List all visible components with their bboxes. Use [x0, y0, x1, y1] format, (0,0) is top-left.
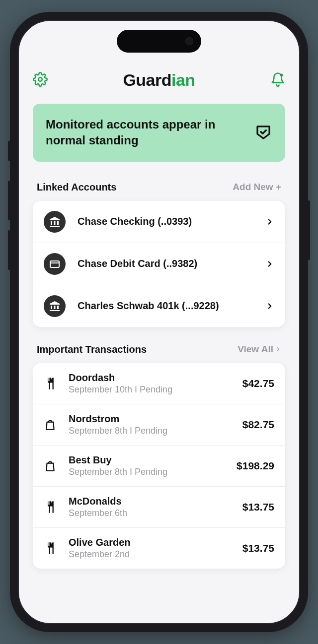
- account-row[interactable]: Chase Debit Card (..9382): [33, 243, 285, 285]
- food-icon: [44, 500, 62, 514]
- transactions-header: Important Transactions View All: [33, 344, 285, 355]
- bell-icon: [270, 72, 285, 87]
- card-icon: [44, 253, 66, 275]
- chevron-right-icon: [265, 259, 274, 268]
- brand-part1: Guard: [123, 70, 171, 89]
- brand-part2: ian: [171, 70, 195, 89]
- screen: Guardian Monitored accounts appear in no…: [18, 20, 300, 624]
- transaction-amount: $13.75: [242, 501, 274, 513]
- transaction-name: Best Buy: [69, 454, 237, 466]
- transactions-title: Important Transactions: [37, 344, 147, 355]
- transaction-sub: September 8th I Pending: [69, 426, 242, 436]
- linked-accounts-title: Linked Accounts: [37, 182, 116, 193]
- bag-icon: [44, 459, 62, 472]
- account-row[interactable]: Charles Schwab 401k (...9228): [33, 285, 285, 327]
- transaction-name: McDonalds: [69, 496, 242, 507]
- dynamic-island: [117, 30, 201, 53]
- food-icon: [44, 541, 62, 555]
- shield-check-icon: [254, 121, 272, 144]
- phone-side-button: [308, 200, 310, 260]
- transaction-row[interactable]: Best Buy September 8th I Pending $198.29: [33, 446, 285, 487]
- bank-icon: [44, 211, 66, 233]
- camera-icon: [185, 37, 193, 45]
- transaction-amount: $198.29: [237, 460, 274, 472]
- transaction-row[interactable]: Doordash September 10th I Pending $42.75: [33, 363, 285, 404]
- chevron-right-icon: [275, 346, 281, 352]
- bag-icon: [44, 418, 62, 431]
- transactions-list: Doordash September 10th I Pending $42.75…: [33, 363, 285, 569]
- phone-side-button: [8, 141, 10, 161]
- phone-side-button: [8, 181, 10, 220]
- svg-point-0: [38, 77, 42, 81]
- transaction-sub: September 2nd: [69, 549, 242, 560]
- view-all-label: View All: [238, 344, 273, 355]
- account-row[interactable]: Chase Checking (..0393): [33, 201, 285, 243]
- transaction-row[interactable]: McDonalds September 6th $13.75: [33, 487, 285, 528]
- transaction-sub: September 8th I Pending: [69, 467, 237, 477]
- transaction-row[interactable]: Olive Garden September 2nd $13.75: [33, 528, 285, 569]
- bank-icon: [44, 295, 66, 317]
- linked-accounts-header: Linked Accounts Add New +: [33, 182, 285, 193]
- notifications-button[interactable]: [270, 72, 285, 89]
- svg-point-1: [280, 73, 283, 76]
- settings-button[interactable]: [33, 72, 48, 89]
- transaction-name: Doordash: [69, 372, 242, 384]
- view-all-button[interactable]: View All: [238, 344, 281, 355]
- transaction-name: Nordstrom: [69, 413, 242, 425]
- status-banner: Monitored accounts appear in normal stan…: [33, 104, 285, 162]
- transaction-amount: $82.75: [242, 419, 274, 431]
- account-label: Chase Checking (..0393): [78, 216, 265, 227]
- chevron-right-icon: [265, 302, 274, 311]
- phone-side-button: [8, 230, 10, 270]
- transaction-amount: $42.75: [242, 378, 274, 389]
- chevron-right-icon: [265, 217, 274, 226]
- status-message: Monitored accounts appear in normal stan…: [46, 117, 254, 149]
- app-title: Guardian: [123, 70, 195, 90]
- top-bar: Guardian: [33, 70, 285, 90]
- account-label: Chase Debit Card (..9382): [78, 258, 265, 269]
- food-icon: [44, 377, 62, 390]
- transaction-name: Olive Garden: [69, 537, 242, 548]
- linked-accounts-list: Chase Checking (..0393) Chase Debit Card…: [33, 201, 285, 327]
- transaction-amount: $13.75: [242, 542, 274, 554]
- transaction-sub: September 6th: [69, 508, 242, 518]
- add-account-button[interactable]: Add New +: [233, 182, 281, 193]
- transaction-row[interactable]: Nordstrom September 8th I Pending $82.75: [33, 404, 285, 446]
- phone-frame: Guardian Monitored accounts appear in no…: [10, 12, 308, 632]
- account-label: Charles Schwab 401k (...9228): [78, 300, 265, 312]
- svg-rect-2: [50, 261, 59, 267]
- gear-icon: [33, 72, 48, 87]
- transaction-sub: September 10th I Pending: [69, 385, 242, 395]
